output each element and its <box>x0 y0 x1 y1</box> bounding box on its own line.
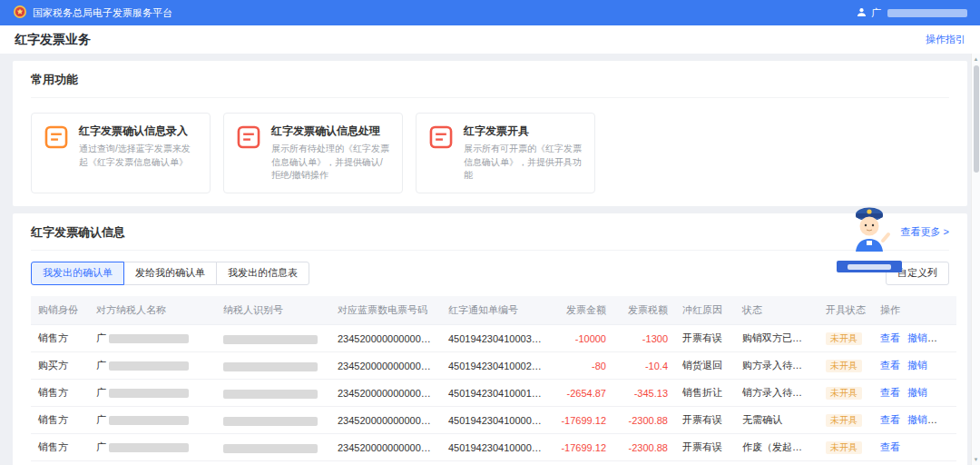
column-header: 红字通知单编号 <box>441 296 550 325</box>
cell-red-reason: 开票有误 <box>675 434 735 461</box>
cell-status: 无需确认 <box>735 407 818 434</box>
user-name-prefix: 广 <box>871 6 881 20</box>
cell-red-notice-no: 45019423041000000025 <box>441 434 550 461</box>
topbar: 国家税务总局电子发票服务平台 广 <box>0 0 980 25</box>
view-link[interactable]: 查看 <box>880 360 900 371</box>
redacted-party-name <box>109 334 189 343</box>
function-card[interactable]: 红字发票确认信息录入 通过查询/选择蓝字发票来发起《红字发票信息确认单》 <box>31 113 211 193</box>
redacted-tax-id <box>223 444 318 453</box>
cell-tax-id <box>216 352 330 380</box>
column-header: 纳税人识别号 <box>216 296 330 325</box>
cell-invoice-tax: -2300.88 <box>613 407 675 434</box>
cell-tax-id <box>216 380 330 407</box>
go-issue-link[interactable]: 去开票 <box>935 414 956 425</box>
issue-status-badge: 未开具 <box>826 414 862 427</box>
redacted-party-name <box>109 361 189 371</box>
redacted-tax-id <box>223 417 318 426</box>
issue-status-badge: 未开具 <box>826 360 862 372</box>
cell-actions: 查看撤销去开票 <box>873 407 956 434</box>
view-link[interactable]: 查看 <box>880 414 900 425</box>
cell-party-name: 广 <box>89 434 216 461</box>
confirmation-header: 红字发票确认信息 查看更多 > <box>31 224 949 251</box>
function-card-desc: 展示所有可开票的《红字发票信息确认单》，并提供开具功能 <box>464 143 583 183</box>
platform-title: 国家税务总局电子发票服务平台 <box>33 6 172 20</box>
user-account[interactable]: 广 <box>857 6 967 20</box>
scrollbar-thumb[interactable] <box>974 65 979 173</box>
cell-blue-invoice-no: 23452000000000000941 <box>330 407 441 434</box>
main-content: 常用功能 红字发票确认信息录入 通过查询/选择蓝字发票来发起《红字发票信息确认单… <box>0 54 980 465</box>
cell-invoice-amount: -17699.12 <box>550 407 613 434</box>
cell-red-reason: 销售折让 <box>675 380 735 407</box>
redacted-tax-id <box>223 390 318 399</box>
column-header: 购销身份 <box>31 296 89 325</box>
form-entry-icon <box>43 124 70 151</box>
invoice-issue-icon <box>427 124 455 151</box>
cell-blue-invoice-no: 23452000000000000726 <box>330 380 441 407</box>
table-row: 销售方 广 23452000000000020083 4501942304100… <box>31 325 956 352</box>
column-header: 对方纳税人名称 <box>89 296 216 325</box>
cell-status: 购方录入待销方... <box>735 352 818 380</box>
view-link[interactable]: 查看 <box>880 332 900 343</box>
cell-invoice-amount: -17699.12 <box>550 434 613 461</box>
operation-guide-link[interactable]: 操作指引 <box>926 33 965 46</box>
view-more-link[interactable]: 查看更多 > <box>901 225 949 239</box>
cell-invoice-amount: -80 <box>550 352 613 380</box>
tab-received-confirmations[interactable]: 发给我的确认单 <box>123 262 217 285</box>
revoke-link[interactable]: 撤销 <box>907 387 927 398</box>
revoke-link[interactable]: 撤销 <box>907 332 927 343</box>
cell-invoice-tax: -2300.88 <box>613 434 675 461</box>
form-process-icon <box>235 124 262 151</box>
cell-issue-status: 未开具 <box>818 352 873 380</box>
section-title-confirmation-info: 红字发票确认信息 <box>31 224 125 241</box>
view-link[interactable]: 查看 <box>880 441 900 452</box>
confirmation-table: 购销身份对方纳税人名称纳税人识别号对应蓝票数电票号码红字通知单编号发票金额发票税… <box>31 296 956 462</box>
cell-identity: 销售方 <box>31 380 89 407</box>
revoke-link[interactable]: 撤销 <box>907 360 927 371</box>
function-card[interactable]: 红字发票确认信息处理 展示所有待处理的《红字发票信息确认单》，并提供确认/拒绝/… <box>223 113 403 193</box>
tab-my-sent-confirmations[interactable]: 我发出的确认单 <box>31 262 124 285</box>
section-title-common-functions: 常用功能 <box>31 72 78 88</box>
common-functions-header: 常用功能 <box>31 72 949 98</box>
table-row: 销售方 广 23452000000000000941 4501942304100… <box>31 407 956 434</box>
cell-red-notice-no: 45019423041000200016 <box>441 352 550 380</box>
cell-invoice-amount: -10000 <box>550 325 613 352</box>
scroll-up-icon[interactable]: ▲ <box>972 54 980 64</box>
revoke-link[interactable]: 撤销 <box>907 414 927 425</box>
cell-tax-id <box>216 407 330 434</box>
confirmation-info-panel: 红字发票确认信息 查看更多 > 我发出的确认单发给我的确认单我发出的信息表 自定… <box>13 213 967 465</box>
confirmation-tabs: 我发出的确认单发给我的确认单我发出的信息表 <box>31 262 309 285</box>
cell-red-notice-no: 45019423041000300028 <box>441 325 550 352</box>
scroll-down-icon[interactable]: ▼ <box>972 455 980 464</box>
function-cards: 红字发票确认信息录入 通过查询/选择蓝字发票来发起《红字发票信息确认单》 红字发… <box>31 113 949 193</box>
view-link[interactable]: 查看 <box>880 387 900 398</box>
page-scrollbar[interactable]: ▲ ▼ <box>971 54 980 465</box>
cell-issue-status: 未开具 <box>818 434 873 461</box>
common-functions-panel: 常用功能 红字发票确认信息录入 通过查询/选择蓝字发票来发起《红字发票信息确认单… <box>13 61 967 206</box>
function-card[interactable]: 红字发票开具 展示所有可开票的《红字发票信息确认单》，并提供开具功能 <box>416 113 595 193</box>
cell-issue-status: 未开具 <box>818 380 873 407</box>
redacted-banner-text <box>848 264 891 270</box>
cell-issue-status: 未开具 <box>818 407 873 434</box>
cell-identity: 购买方 <box>31 352 89 380</box>
mascot-banner <box>837 261 902 272</box>
assistant-mascot[interactable] <box>837 204 902 272</box>
redacted-party-name <box>109 443 189 452</box>
function-card-title: 红字发票确认信息录入 <box>79 124 199 139</box>
cell-red-reason: 开票有误 <box>675 407 735 434</box>
issue-status-badge: 未开具 <box>826 332 862 345</box>
table-row: 销售方 广 23452000000000000726 4501942304100… <box>31 380 956 407</box>
cell-invoice-tax: -1300 <box>613 325 675 352</box>
go-issue-link[interactable]: 去开票 <box>935 332 956 343</box>
function-card-desc: 通过查询/选择蓝字发票来发起《红字发票信息确认单》 <box>79 143 199 169</box>
cell-blue-invoice-no: 23452000000000000941 <box>330 434 441 461</box>
cell-invoice-tax: -345.13 <box>613 380 675 407</box>
cell-status: 销方录入待购方... <box>735 380 818 407</box>
cell-tax-id <box>216 434 330 461</box>
cell-actions: 查看 <box>873 434 956 461</box>
tab-my-sent-info-forms[interactable]: 我发出的信息表 <box>216 262 309 285</box>
cell-red-notice-no: 45019423041000000036 <box>441 407 550 434</box>
column-header: 发票税额 <box>613 296 675 325</box>
cell-red-reason: 开票有误 <box>675 325 735 352</box>
column-header: 开具状态 <box>818 296 873 325</box>
cell-actions: 查看撤销 <box>873 352 956 380</box>
